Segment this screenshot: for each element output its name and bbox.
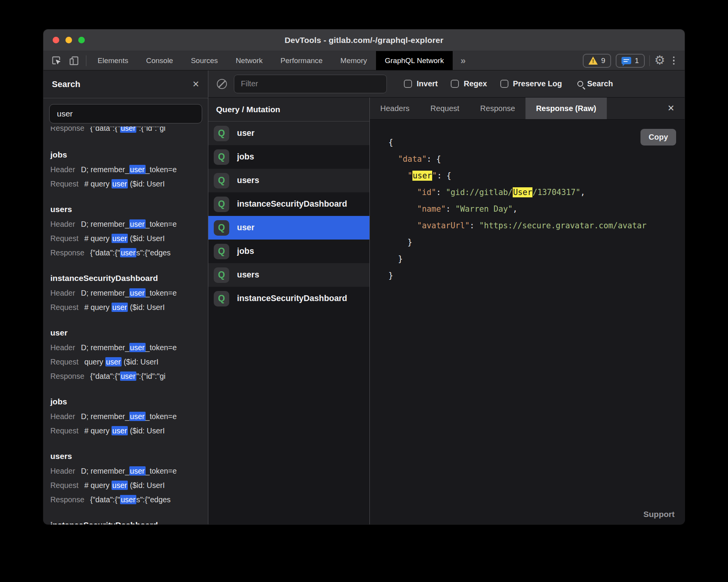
response-raw-json: { "data": { "user": { "id": "gid://gitla…	[388, 134, 685, 284]
search-result-row[interactable]: HeaderD; remember_user_token=e	[50, 217, 208, 231]
search-result-group-name[interactable]: users	[50, 202, 208, 217]
search-result-row[interactable]: Request# query user ($id: UserI	[50, 177, 208, 191]
search-result-row[interactable]: Request# query user ($id: UserI	[50, 231, 208, 246]
search-result-row[interactable]: HeaderD; remember_user_token=e	[50, 286, 208, 300]
devtools-tab-memory[interactable]: Memory	[331, 51, 376, 70]
zoom-window-button[interactable]	[78, 37, 85, 43]
json-line: }	[388, 251, 685, 267]
warnings-badge[interactable]: ! 9	[583, 54, 611, 68]
result-row-text: # query user ($id: UserI	[84, 426, 165, 435]
detail-tab-headers[interactable]: Headers	[370, 98, 420, 119]
json-line: "id": "gid://gitlab/User/13704317",	[388, 184, 685, 201]
invert-label: Invert	[417, 79, 438, 88]
search-panel-header: Search ✕	[43, 70, 208, 98]
match-highlight: user	[129, 343, 146, 352]
search-input[interactable]	[49, 104, 202, 123]
search-result-row[interactable]: Requestquery user ($id: UserI	[50, 355, 208, 369]
detail-tab-response[interactable]: Response	[470, 98, 525, 119]
clipped-result-row[interactable]: Response{"data":{"user":{"id":"gi	[50, 127, 208, 137]
detail-tab-request[interactable]: Request	[420, 98, 470, 119]
preserve-log-checkbox-box[interactable]	[500, 80, 508, 88]
query-row-users[interactable]: Qusers	[208, 263, 369, 287]
inspect-element-icon[interactable]	[50, 55, 62, 67]
match-highlight: user	[129, 466, 146, 476]
result-row-label: Header	[50, 289, 75, 297]
filter-input[interactable]	[234, 75, 387, 93]
match-highlight: user	[112, 179, 128, 188]
invert-checkbox[interactable]: Invert	[404, 79, 438, 88]
query-mutation-header: Query / Mutation	[208, 98, 369, 122]
query-row-instanceSecurityDashboard[interactable]: QinstanceSecurityDashboard	[208, 192, 369, 216]
clear-log-icon[interactable]	[217, 79, 227, 89]
query-row-users[interactable]: Qusers	[208, 169, 369, 192]
search-result-row[interactable]: Response{"data":{"users":{"edges	[50, 246, 208, 260]
tool-icons	[43, 51, 86, 70]
search-result-group-name[interactable]: instanceSecurityDashboard	[50, 517, 208, 524]
message-icon	[622, 57, 631, 64]
search-result-row[interactable]: HeaderD; remember_user_token=e	[50, 464, 208, 478]
result-row-text: # query user ($id: UserI	[84, 179, 165, 188]
devtools-tab-elements[interactable]: Elements	[89, 51, 137, 70]
search-result-group-name[interactable]: users	[50, 448, 208, 464]
invert-checkbox-box[interactable]	[404, 80, 412, 88]
regex-checkbox-box[interactable]	[451, 80, 459, 88]
devtools-tab-sources[interactable]: Sources	[182, 51, 227, 70]
messages-badge[interactable]: 1	[616, 54, 645, 68]
settings-gear-icon[interactable]: ⚙	[654, 54, 665, 67]
devtools-tab-performance[interactable]: Performance	[271, 51, 331, 70]
preserve-log-checkbox[interactable]: Preserve Log	[500, 79, 562, 88]
query-row-user[interactable]: Quser	[208, 122, 369, 145]
search-result-row[interactable]: Response{"data":{"user":{"id":"gi	[50, 369, 208, 383]
filter-bar: Invert Regex Preserve Log Sear	[208, 70, 685, 98]
search-panel: Search ✕ Response{"data":{"user":{"id":"…	[43, 70, 208, 524]
search-result-row[interactable]: Request# query user ($id: UserI	[50, 300, 208, 315]
query-row-instanceSecurityDashboard[interactable]: QinstanceSecurityDashboard	[208, 287, 369, 310]
devtools-tab-console[interactable]: Console	[137, 51, 182, 70]
match-highlight: user	[112, 303, 128, 312]
result-row-text: {"data":{"user":{"id":"gi	[90, 371, 166, 381]
copy-button[interactable]: Copy	[640, 129, 676, 146]
search-result-row[interactable]: Request# query user ($id: UserI	[50, 424, 208, 438]
more-tabs-chevron-icon[interactable]: »	[453, 51, 473, 70]
search-result-row[interactable]: HeaderD; remember_user_token=e	[50, 341, 208, 355]
result-row-text: # query user ($id: UserI	[84, 303, 165, 312]
query-row-label: jobs	[237, 152, 254, 162]
detail-tab-response-raw[interactable]: Response (Raw)	[525, 98, 607, 119]
devtools-tab-network[interactable]: Network	[227, 51, 272, 70]
result-row-text: # query user ($id: UserI	[84, 481, 165, 490]
search-panel-close-icon[interactable]: ✕	[192, 80, 199, 89]
search-result-group-name[interactable]: jobs	[50, 394, 208, 409]
kebab-menu-icon[interactable]	[670, 56, 678, 65]
traffic-lights	[53, 29, 85, 51]
search-result-group-name[interactable]: jobs	[50, 147, 208, 163]
result-row-label: Request	[50, 358, 79, 366]
search-result-group-name[interactable]: instanceSecurityDashboard	[50, 270, 208, 286]
search-result-row[interactable]: HeaderD; remember_user_token=e	[50, 409, 208, 424]
support-link[interactable]: Support	[644, 510, 675, 519]
result-row-label: Response	[50, 495, 84, 504]
screenshot-stage: DevTools - gitlab.com/-/graphql-explorer	[0, 0, 728, 582]
query-type-badge: Q	[214, 149, 229, 165]
detail-close-icon[interactable]: ✕	[658, 98, 685, 119]
query-row-label: instanceSecurityDashboard	[237, 199, 347, 209]
search-result-row[interactable]: Response{"data":{"users":{"edges	[50, 493, 208, 507]
regex-checkbox[interactable]: Regex	[451, 79, 487, 88]
toggle-device-toolbar-icon[interactable]	[68, 55, 80, 67]
query-row-label: user	[237, 128, 254, 138]
search-toggle[interactable]: Search	[577, 79, 613, 88]
result-row-text: {"data":{"users":{"edges	[90, 495, 171, 504]
response-detail-panel: HeadersRequestResponseResponse (Raw)✕ { …	[370, 98, 685, 524]
query-row-user-selected[interactable]: Quser	[208, 216, 369, 240]
query-mutation-rows: QuserQjobsQusersQinstanceSecurityDashboa…	[208, 122, 369, 524]
search-result-row[interactable]: Request# query user ($id: UserI	[50, 478, 208, 493]
devtools-tab-graphql-network[interactable]: GraphQL Network	[376, 51, 453, 70]
search-results: Response{"data":{"user":{"id":"gijobsHea…	[43, 127, 208, 524]
search-result-group-name[interactable]: user	[50, 325, 208, 341]
query-type-badge: Q	[214, 267, 229, 283]
query-row-jobs[interactable]: Qjobs	[208, 240, 369, 263]
search-result-row[interactable]: HeaderD; remember_user_token=e	[50, 163, 208, 177]
close-window-button[interactable]	[53, 37, 59, 43]
minimize-window-button[interactable]	[65, 37, 72, 43]
result-row-label: Request	[50, 303, 79, 312]
query-row-jobs[interactable]: Qjobs	[208, 145, 369, 169]
